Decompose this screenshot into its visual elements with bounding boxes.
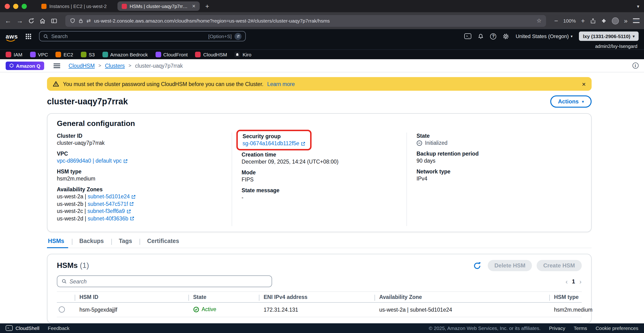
console-search[interactable]: [Option+S] [39,31,246,41]
learn-more-link[interactable]: Learn more [267,81,295,87]
row-radio-button[interactable] [59,306,65,312]
previous-page-icon[interactable]: ‹ [566,278,568,285]
tab-certificates[interactable]: Certificates [140,238,186,248]
column-header-eni-ipv4[interactable]: ENI IPv4 address [259,294,374,300]
cloudshell-button[interactable]: >_ CloudShell [6,325,40,331]
refresh-button[interactable] [473,262,481,270]
side-nav-toggle-icon[interactable] [54,63,60,68]
favorite-iam[interactable]: IAM [6,52,22,57]
tracking-protection-icon[interactable] [70,18,75,24]
feedback-link[interactable]: Feedback [48,325,70,331]
tab-hsms[interactable]: HSMs [47,238,72,248]
terms-link[interactable]: Terms [574,325,587,331]
close-window-button[interactable] [5,4,10,9]
favorite-bedrock[interactable]: Amazon Bedrock [102,52,148,57]
zoom-in-button[interactable]: + [581,18,585,24]
info-icon[interactable]: i [632,62,638,68]
cookie-preferences-link[interactable]: Cookie preferences [596,325,638,331]
notifications-icon[interactable] [478,33,484,39]
aws-logo[interactable]: aws [6,32,18,40]
column-header-state[interactable]: State [188,294,259,300]
app-menu-icon[interactable] [633,18,639,23]
back-button[interactable]: ← [5,18,11,24]
detail-tabs: HSMs Backups Tags Certificates [47,238,591,248]
table-row[interactable]: hsm-5pgexdajjlf Active 172.31.24.131 us-… [57,303,582,317]
minimize-window-button[interactable] [13,4,18,9]
tab-tags[interactable]: Tags [111,238,140,248]
banner-message: You must set the cluster password using … [63,81,264,87]
search-icon [43,34,48,39]
favorite-vpc[interactable]: VPC [30,52,48,57]
actions-button[interactable]: Actions▾ [550,96,591,108]
column-header-hsm-type[interactable]: HSM type [549,294,582,300]
share-icon[interactable] [590,18,596,24]
user-label: admin2/lxy-Isengard [595,44,638,49]
apps-grid-icon[interactable] [25,33,32,39]
browser-tab-bar: Instances | EC2 | us-west-2 HSMs | clust… [0,0,644,12]
console-footer: >_ CloudShell Feedback © 2025, Amazon We… [0,323,644,333]
forward-button[interactable]: → [16,18,23,24]
create-hsm-button[interactable]: Create HSM [537,260,582,271]
external-link-icon [123,159,128,163]
tab-backups[interactable]: Backups [72,238,111,248]
hsm-search[interactable] [57,276,272,287]
subnet-link[interactable]: subnet-40f3636b [88,215,134,222]
column-header-hsm-id[interactable]: HSM ID [75,294,188,300]
profile-avatar[interactable] [612,17,619,24]
next-page-icon[interactable]: › [580,278,582,285]
cloudshell-icon[interactable]: >_ [464,33,472,39]
privacy-link[interactable]: Privacy [549,325,565,331]
account-menu-button[interactable]: lxy (1331-2906-5110)▾ [579,32,638,41]
dismiss-banner-icon[interactable]: × [582,80,586,88]
favorite-cloudhsm[interactable]: CloudHSM [195,52,227,57]
field-vpc: VPC vpc-d869d4a0 | default vpc [57,150,222,164]
reload-button[interactable] [28,18,34,24]
search-settings-icon[interactable] [234,33,242,40]
general-column-2: Security group sg-0674a1641db112f5e Crea… [232,132,406,226]
page-number[interactable]: 1 [572,278,575,284]
favorite-kiro[interactable]: Kiro [235,52,252,57]
url-text[interactable]: us-west-2.console.aws.amazon.com/cloudhs… [94,18,533,24]
breadcrumb-clusters[interactable]: Clusters [105,63,125,68]
region-selector[interactable]: United States (Oregon)▾ [516,33,572,39]
hsms-card-title: HSMs (1) [57,261,89,270]
cloudshell-icon: >_ [6,325,13,331]
home-button[interactable] [40,18,46,24]
overflow-menu-icon[interactable]: » [624,18,628,24]
breadcrumb-cloudhsm[interactable]: CloudHSM [68,63,95,68]
zoom-out-button[interactable]: − [554,18,558,24]
tab-list-caret-icon[interactable]: ▾ [637,4,639,9]
extensions-icon[interactable] [601,18,606,24]
favorite-s3[interactable]: S3 [80,52,95,57]
subnet-link[interactable]: subnet-f3eff6a9 [88,208,131,215]
hsm-search-input[interactable] [70,278,267,284]
permissions-icon[interactable]: ⇄ [86,18,91,23]
security-group-link[interactable]: sg-0674a1641db112f5e [242,140,305,147]
delete-hsm-button[interactable]: Delete HSM [488,260,532,271]
amazon-q-button[interactable]: Amazon Q [6,61,44,70]
breadcrumb-separator: > [98,63,101,68]
browser-tab-ec2[interactable]: Instances | EC2 | us-west-2 [37,2,111,11]
zoom-level[interactable]: 100% [563,18,576,24]
column-header-availability-zone[interactable]: Availability Zone [374,294,549,300]
vpc-link[interactable]: vpc-d869d4a0 | default vpc [57,158,128,164]
favorite-cloudfront[interactable]: CloudFront [155,52,188,57]
sidebar-toggle-button[interactable] [51,18,57,24]
close-tab-icon[interactable]: × [192,3,196,9]
subnet-link[interactable]: subnet-5d101e24 [88,193,136,200]
favorite-label: CloudFront [163,52,188,57]
favorite-label: EC2 [64,52,73,57]
favorite-ec2[interactable]: EC2 [56,52,73,57]
help-icon[interactable]: ? [490,33,496,39]
external-link-icon [130,202,134,206]
iam-service-icon [6,52,11,57]
address-bar[interactable]: ⇄ us-west-2.console.aws.amazon.com/cloud… [65,15,546,26]
subnet-link[interactable]: subnet-547c571f [88,200,134,208]
settings-gear-icon[interactable] [503,33,509,39]
new-tab-button[interactable]: + [205,2,209,10]
maximize-window-button[interactable] [22,4,27,9]
browser-tab-cloudhsm[interactable]: HSMs | cluster-uaqy7p7rrak | Cl × [118,2,200,11]
console-search-input[interactable] [51,33,205,39]
lock-icon[interactable] [78,18,83,23]
bookmark-star-icon[interactable]: ☆ [536,18,542,24]
